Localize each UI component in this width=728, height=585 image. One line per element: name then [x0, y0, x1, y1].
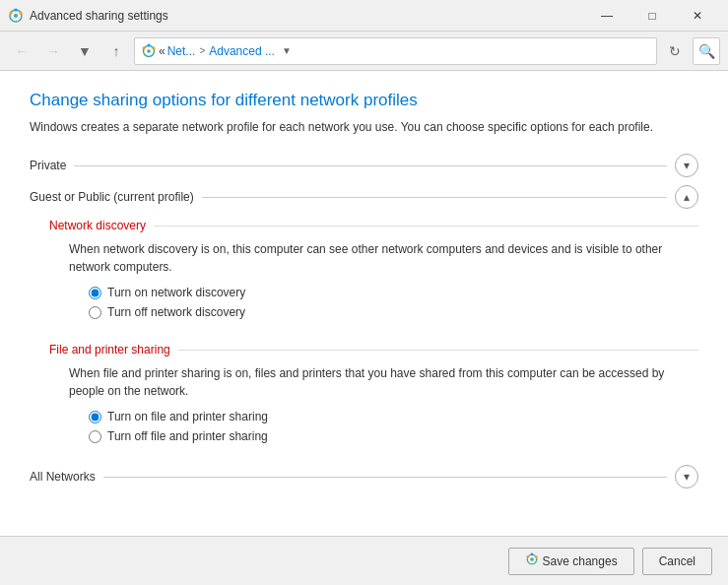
nd-off-radio-item[interactable]: Turn off network discovery — [89, 305, 698, 319]
network-discovery-label: Network discovery — [49, 219, 146, 232]
svg-point-3 — [20, 11, 23, 14]
save-changes-button[interactable]: Save changes — [508, 548, 634, 575]
breadcrumb-arrow: > — [199, 45, 205, 56]
breadcrumb-network[interactable]: Net... — [167, 44, 196, 58]
search-button[interactable]: 🔍 — [693, 37, 720, 65]
network-discovery-radio-group: Turn on network discovery Turn off netwo… — [89, 286, 698, 319]
guest-public-section-row: Guest or Public (current profile) ▴ — [30, 185, 698, 209]
private-toggle-button[interactable]: ▾ — [675, 154, 698, 177]
save-changes-label: Save changes — [543, 554, 618, 568]
svg-point-13 — [535, 555, 537, 557]
svg-point-2 — [10, 11, 13, 14]
svg-point-14 — [530, 553, 532, 555]
svg-point-11 — [530, 557, 534, 561]
svg-point-8 — [153, 46, 156, 49]
page-title: Change sharing options for different net… — [30, 91, 698, 110]
nd-off-radio[interactable] — [89, 306, 101, 319]
breadcrumb-dropdown-button[interactable]: ▼ — [277, 41, 297, 61]
network-discovery-line — [154, 226, 698, 227]
file-printer-sharing-section: File and printer sharing When file and p… — [30, 333, 698, 457]
network-discovery-section: Network discovery When network discovery… — [30, 209, 698, 333]
fps-on-label: Turn on file and printer sharing — [107, 410, 268, 423]
up-button[interactable]: ↑ — [102, 37, 130, 65]
all-networks-section-row-wrapper: All Networks ▾ — [30, 465, 698, 488]
nd-on-label: Turn on network discovery — [107, 286, 245, 299]
maximize-button[interactable]: □ — [629, 1, 675, 31]
app-icon — [8, 8, 24, 24]
address-bar: ← → ▼ ↑ « Net... > Advanced ... ▼ ↻ 🔍 — [0, 32, 728, 71]
fps-on-radio-item[interactable]: Turn on file and printer sharing — [89, 410, 698, 423]
file-printer-sharing-line — [178, 350, 698, 351]
breadcrumb-advanced[interactable]: Advanced ... — [209, 44, 275, 58]
all-networks-section-row: All Networks ▾ — [30, 465, 698, 488]
nd-off-label: Turn off network discovery — [107, 305, 245, 319]
svg-point-12 — [526, 555, 528, 557]
network-discovery-description: When network discovery is on, this compu… — [69, 240, 698, 276]
forward-button[interactable]: → — [39, 37, 67, 65]
minimize-button[interactable]: — — [584, 1, 629, 31]
page-description: Windows creates a separate network profi… — [30, 118, 698, 136]
svg-point-6 — [147, 49, 151, 53]
dropdown-button[interactable]: ▼ — [71, 37, 99, 65]
all-networks-line — [103, 477, 667, 478]
nd-on-radio[interactable] — [89, 287, 101, 299]
file-printer-sharing-row: File and printer sharing — [49, 343, 698, 357]
all-networks-label: All Networks — [30, 470, 96, 484]
main-content: Change sharing options for different net… — [0, 71, 728, 536]
file-printer-sharing-radio-group: Turn on file and printer sharing Turn of… — [89, 410, 698, 443]
guest-public-section: Guest or Public (current profile) ▴ Netw… — [30, 185, 698, 457]
all-networks-toggle-button[interactable]: ▾ — [675, 465, 698, 488]
back-button[interactable]: ← — [8, 37, 35, 65]
fps-on-radio[interactable] — [89, 411, 101, 423]
private-section-row: Private ▾ — [30, 154, 698, 177]
title-bar-controls: — □ ✕ — [584, 1, 720, 31]
nd-on-radio-item[interactable]: Turn on network discovery — [89, 286, 698, 299]
cancel-button[interactable]: Cancel — [642, 548, 712, 575]
guest-public-toggle-button[interactable]: ▴ — [675, 185, 698, 209]
fps-off-radio[interactable] — [89, 430, 101, 443]
footer: Save changes Cancel — [0, 536, 728, 585]
breadcrumb-network-icon — [141, 43, 157, 59]
fps-off-label: Turn off file and printer sharing — [107, 429, 268, 443]
private-line — [74, 165, 667, 166]
breadcrumb-bar: « Net... > Advanced ... ▼ — [134, 37, 657, 65]
svg-point-4 — [15, 8, 18, 11]
guest-public-line — [202, 197, 667, 198]
network-discovery-row: Network discovery — [49, 219, 698, 232]
file-printer-sharing-description: When file and printer sharing is on, fil… — [69, 364, 698, 400]
close-button[interactable]: ✕ — [675, 1, 720, 31]
private-label: Private — [30, 159, 66, 172]
guest-public-label: Guest or Public (current profile) — [30, 190, 194, 204]
fps-off-radio-item[interactable]: Turn off file and printer sharing — [89, 429, 698, 443]
title-bar-text: Advanced sharing settings — [30, 9, 584, 23]
svg-point-9 — [148, 43, 151, 46]
svg-point-7 — [143, 46, 146, 49]
svg-point-1 — [14, 14, 18, 18]
title-bar: Advanced sharing settings — □ ✕ — [0, 0, 728, 32]
file-printer-sharing-label: File and printer sharing — [49, 343, 170, 357]
breadcrumb-separator-left: « — [159, 44, 165, 58]
refresh-button[interactable]: ↻ — [661, 37, 689, 65]
save-changes-icon — [525, 552, 539, 569]
